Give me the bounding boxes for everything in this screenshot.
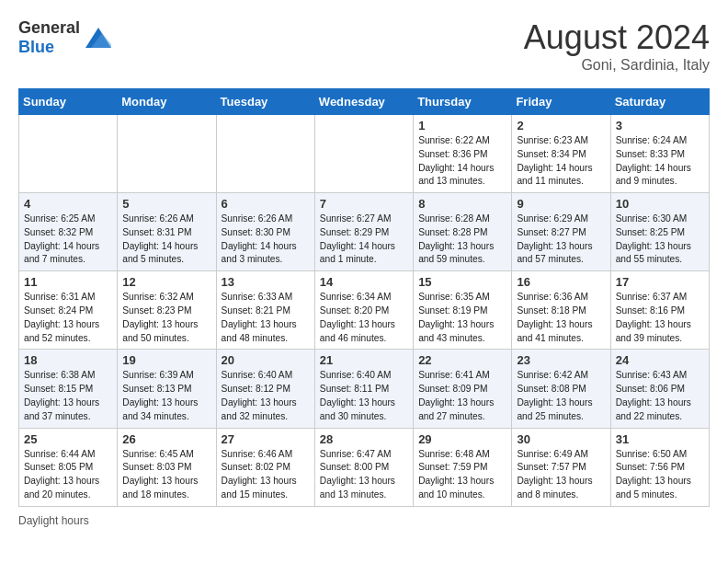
day-cell: 11Sunrise: 6:31 AM Sunset: 8:24 PM Dayli… <box>19 271 118 350</box>
day-number: 9 <box>517 197 605 211</box>
day-number: 6 <box>222 197 310 211</box>
day-number: 28 <box>320 432 408 446</box>
day-cell <box>216 115 314 193</box>
day-number: 24 <box>616 353 704 367</box>
day-info: Sunrise: 6:29 AM Sunset: 8:27 PM Dayligh… <box>517 213 605 267</box>
day-info: Sunrise: 6:33 AM Sunset: 8:21 PM Dayligh… <box>222 291 310 345</box>
day-info: Sunrise: 6:28 AM Sunset: 8:28 PM Dayligh… <box>418 213 506 267</box>
day-cell: 19Sunrise: 6:39 AM Sunset: 8:13 PM Dayli… <box>118 350 216 428</box>
day-cell: 29Sunrise: 6:48 AM Sunset: 7:59 PM Dayli… <box>414 428 512 506</box>
day-info: Sunrise: 6:40 AM Sunset: 8:11 PM Dayligh… <box>320 369 408 423</box>
day-cell: 14Sunrise: 6:34 AM Sunset: 8:20 PM Dayli… <box>314 271 413 350</box>
day-info: Sunrise: 6:36 AM Sunset: 8:18 PM Dayligh… <box>517 291 605 345</box>
title-block: August 2024 Goni, Sardinia, Italy <box>524 18 710 74</box>
day-number: 16 <box>517 275 605 289</box>
day-info: Sunrise: 6:40 AM Sunset: 8:12 PM Dayligh… <box>222 369 310 423</box>
day-number: 13 <box>222 275 310 289</box>
day-info: Sunrise: 6:31 AM Sunset: 8:24 PM Dayligh… <box>24 291 112 345</box>
day-number: 20 <box>222 353 310 367</box>
day-cell: 23Sunrise: 6:42 AM Sunset: 8:08 PM Dayli… <box>512 350 610 428</box>
day-info: Sunrise: 6:47 AM Sunset: 8:00 PM Dayligh… <box>320 448 408 502</box>
day-number: 25 <box>24 432 112 446</box>
day-info: Sunrise: 6:46 AM Sunset: 8:02 PM Dayligh… <box>222 448 310 502</box>
daylight-label: Daylight hours <box>18 514 89 527</box>
day-cell: 13Sunrise: 6:33 AM Sunset: 8:21 PM Dayli… <box>216 271 314 350</box>
day-number: 26 <box>122 432 210 446</box>
day-info: Sunrise: 6:37 AM Sunset: 8:16 PM Dayligh… <box>616 291 704 345</box>
day-number: 27 <box>222 432 310 446</box>
week-row-4: 18Sunrise: 6:38 AM Sunset: 8:15 PM Dayli… <box>19 350 710 428</box>
weekday-sunday: Sunday <box>19 89 118 115</box>
day-number: 1 <box>418 119 506 132</box>
day-number: 31 <box>616 432 704 446</box>
day-number: 22 <box>418 353 506 367</box>
day-info: Sunrise: 6:24 AM Sunset: 8:33 PM Dayligh… <box>616 134 704 189</box>
day-cell: 12Sunrise: 6:32 AM Sunset: 8:23 PM Dayli… <box>118 271 216 350</box>
day-cell: 18Sunrise: 6:38 AM Sunset: 8:15 PM Dayli… <box>19 350 118 428</box>
day-cell: 26Sunrise: 6:45 AM Sunset: 8:03 PM Dayli… <box>118 428 216 506</box>
day-cell: 7Sunrise: 6:27 AM Sunset: 8:29 PM Daylig… <box>314 193 413 271</box>
logo-text: General Blue <box>18 18 80 57</box>
day-info: Sunrise: 6:23 AM Sunset: 8:34 PM Dayligh… <box>517 134 605 189</box>
day-info: Sunrise: 6:25 AM Sunset: 8:32 PM Dayligh… <box>24 213 112 267</box>
day-info: Sunrise: 6:49 AM Sunset: 7:57 PM Dayligh… <box>517 448 605 502</box>
day-number: 11 <box>24 275 112 289</box>
day-info: Sunrise: 6:30 AM Sunset: 8:25 PM Dayligh… <box>616 213 704 267</box>
day-info: Sunrise: 6:44 AM Sunset: 8:05 PM Dayligh… <box>24 448 112 502</box>
day-number: 7 <box>320 197 408 211</box>
day-info: Sunrise: 6:26 AM Sunset: 8:30 PM Dayligh… <box>222 213 310 267</box>
day-cell: 3Sunrise: 6:24 AM Sunset: 8:33 PM Daylig… <box>610 115 709 193</box>
day-cell: 6Sunrise: 6:26 AM Sunset: 8:30 PM Daylig… <box>216 193 314 271</box>
day-number: 12 <box>122 275 210 289</box>
day-number: 3 <box>616 119 704 132</box>
day-info: Sunrise: 6:32 AM Sunset: 8:23 PM Dayligh… <box>122 291 210 345</box>
weekday-saturday: Saturday <box>610 89 709 115</box>
day-number: 14 <box>320 275 408 289</box>
day-number: 5 <box>122 197 210 211</box>
day-info: Sunrise: 6:27 AM Sunset: 8:29 PM Dayligh… <box>320 213 408 267</box>
day-cell: 31Sunrise: 6:50 AM Sunset: 7:56 PM Dayli… <box>610 428 709 506</box>
day-info: Sunrise: 6:26 AM Sunset: 8:31 PM Dayligh… <box>122 213 210 267</box>
day-number: 8 <box>418 197 506 211</box>
week-row-5: 25Sunrise: 6:44 AM Sunset: 8:05 PM Dayli… <box>19 428 710 506</box>
day-info: Sunrise: 6:50 AM Sunset: 7:56 PM Dayligh… <box>616 448 704 502</box>
month-year-title: August 2024 <box>524 18 710 57</box>
calendar-body: 1Sunrise: 6:22 AM Sunset: 8:36 PM Daylig… <box>19 115 710 507</box>
page-header: General Blue August 2024 Goni, Sardinia,… <box>18 18 710 74</box>
day-info: Sunrise: 6:42 AM Sunset: 8:08 PM Dayligh… <box>517 369 605 423</box>
day-cell: 2Sunrise: 6:23 AM Sunset: 8:34 PM Daylig… <box>512 115 610 193</box>
day-info: Sunrise: 6:22 AM Sunset: 8:36 PM Dayligh… <box>418 134 506 189</box>
day-cell: 9Sunrise: 6:29 AM Sunset: 8:27 PM Daylig… <box>512 193 610 271</box>
day-cell <box>118 115 216 193</box>
day-number: 10 <box>616 197 704 211</box>
day-cell: 21Sunrise: 6:40 AM Sunset: 8:11 PM Dayli… <box>314 350 413 428</box>
day-cell: 30Sunrise: 6:49 AM Sunset: 7:57 PM Dayli… <box>512 428 610 506</box>
day-number: 4 <box>24 197 112 211</box>
day-cell: 8Sunrise: 6:28 AM Sunset: 8:28 PM Daylig… <box>414 193 512 271</box>
logo-icon <box>85 28 111 48</box>
day-info: Sunrise: 6:34 AM Sunset: 8:20 PM Dayligh… <box>320 291 408 345</box>
footer-note: Daylight hours <box>18 514 710 527</box>
day-number: 21 <box>320 353 408 367</box>
logo-blue: Blue <box>18 38 54 56</box>
day-cell <box>19 115 118 193</box>
day-cell: 22Sunrise: 6:41 AM Sunset: 8:09 PM Dayli… <box>414 350 512 428</box>
day-cell: 5Sunrise: 6:26 AM Sunset: 8:31 PM Daylig… <box>118 193 216 271</box>
day-number: 18 <box>24 353 112 367</box>
day-cell: 24Sunrise: 6:43 AM Sunset: 8:06 PM Dayli… <box>610 350 709 428</box>
day-cell: 15Sunrise: 6:35 AM Sunset: 8:19 PM Dayli… <box>414 271 512 350</box>
day-cell: 16Sunrise: 6:36 AM Sunset: 8:18 PM Dayli… <box>512 271 610 350</box>
weekday-header-row: SundayMondayTuesdayWednesdayThursdayFrid… <box>19 89 710 115</box>
day-info: Sunrise: 6:38 AM Sunset: 8:15 PM Dayligh… <box>24 369 112 423</box>
day-number: 30 <box>517 432 605 446</box>
weekday-tuesday: Tuesday <box>216 89 314 115</box>
week-row-1: 1Sunrise: 6:22 AM Sunset: 8:36 PM Daylig… <box>19 115 710 193</box>
day-number: 23 <box>517 353 605 367</box>
day-cell: 17Sunrise: 6:37 AM Sunset: 8:16 PM Dayli… <box>610 271 709 350</box>
day-info: Sunrise: 6:43 AM Sunset: 8:06 PM Dayligh… <box>616 369 704 423</box>
location-title: Goni, Sardinia, Italy <box>524 57 710 74</box>
day-number: 2 <box>517 119 605 132</box>
calendar-table: SundayMondayTuesdayWednesdayThursdayFrid… <box>18 88 710 507</box>
day-number: 15 <box>418 275 506 289</box>
weekday-wednesday: Wednesday <box>314 89 413 115</box>
